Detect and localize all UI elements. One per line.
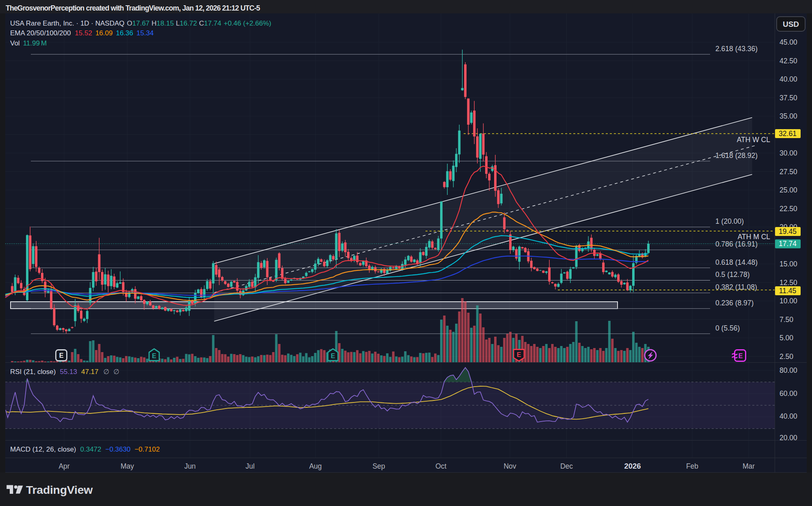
svg-text:15.00: 15.00 — [780, 260, 797, 268]
svg-text:7.50: 7.50 — [780, 316, 793, 324]
svg-text:5.00: 5.00 — [780, 334, 793, 342]
svg-text:60.00: 60.00 — [780, 389, 797, 398]
svg-text:EMA 20/50/100/20015.5216.0916.: EMA 20/50/100/20015.5216.0916.3615.34 — [10, 29, 154, 37]
svg-text:Aug: Aug — [309, 462, 322, 470]
svg-text:Dec: Dec — [560, 462, 573, 470]
svg-text:1 (20.00): 1 (20.00) — [715, 217, 744, 225]
svg-text:25.00: 25.00 — [780, 186, 797, 194]
svg-text:E: E — [739, 352, 743, 359]
svg-text:2.618 (43.36): 2.618 (43.36) — [715, 45, 758, 53]
svg-text:Jul: Jul — [246, 462, 255, 470]
svg-text:40.00: 40.00 — [780, 412, 797, 420]
svg-text:Oct: Oct — [435, 462, 446, 470]
svg-text:22.50: 22.50 — [780, 205, 797, 213]
svg-text:19.45: 19.45 — [779, 227, 797, 236]
svg-text:11.45: 11.45 — [779, 287, 797, 295]
svg-text:0 (5.56): 0 (5.56) — [715, 324, 740, 332]
svg-text:42.50: 42.50 — [780, 57, 797, 65]
svg-text:TheGrosvenorPerception created: TheGrosvenorPerception created with Trad… — [6, 4, 260, 12]
svg-text:ATH W CL: ATH W CL — [737, 136, 771, 144]
svg-text:E: E — [331, 352, 335, 359]
svg-text:12.50: 12.50 — [780, 279, 797, 287]
svg-text:0.236 (8.97): 0.236 (8.97) — [715, 299, 754, 307]
svg-text:17.74: 17.74 — [779, 240, 797, 248]
svg-text:USA Rare Earth, Inc. · 1D · NA: USA Rare Earth, Inc. · 1D · NASDAQO17.67… — [10, 19, 271, 27]
svg-text:32.61: 32.61 — [779, 130, 797, 138]
svg-text:27.50: 27.50 — [780, 168, 797, 176]
svg-text:ATH M CL: ATH M CL — [738, 233, 771, 241]
svg-text:Vol11.99M: Vol11.99M — [10, 39, 47, 47]
svg-text:2026: 2026 — [624, 462, 641, 470]
svg-text:Feb: Feb — [686, 462, 698, 470]
svg-text:2.50: 2.50 — [780, 352, 793, 361]
svg-text:Apr: Apr — [58, 462, 69, 470]
svg-text:Nov: Nov — [503, 462, 516, 470]
svg-text:35.00: 35.00 — [780, 112, 797, 120]
svg-text:0.5 (12.78): 0.5 (12.78) — [715, 270, 750, 279]
svg-text:RSI (21, close)55.1347.17∅∅: RSI (21, close)55.1347.17∅∅ — [10, 368, 119, 376]
svg-text:Mar: Mar — [743, 462, 755, 470]
svg-text:MACD (12, 26, close)0.3472−0.3: MACD (12, 26, close)0.3472−0.3630−0.7102 — [10, 445, 160, 453]
svg-text:40.00: 40.00 — [780, 75, 797, 83]
svg-text:45.00: 45.00 — [780, 38, 797, 46]
svg-text:37.50: 37.50 — [780, 94, 797, 102]
svg-text:10.00: 10.00 — [780, 297, 797, 305]
svg-text:80.00: 80.00 — [780, 366, 797, 374]
svg-text:May: May — [121, 462, 134, 470]
svg-text:Sep: Sep — [372, 462, 385, 470]
svg-text:USD: USD — [783, 20, 799, 28]
svg-text:E: E — [152, 352, 156, 359]
svg-text:0.618 (14.48): 0.618 (14.48) — [715, 258, 758, 266]
svg-text:E: E — [517, 351, 521, 358]
svg-text:TradingView: TradingView — [26, 483, 93, 496]
svg-text:30.00: 30.00 — [780, 149, 797, 157]
svg-text:0.786 (16.91): 0.786 (16.91) — [715, 240, 758, 248]
svg-text:E: E — [59, 352, 64, 359]
svg-text:1.618 (28.92): 1.618 (28.92) — [715, 151, 758, 160]
svg-text:20.00: 20.00 — [780, 434, 797, 442]
svg-text:Jun: Jun — [184, 462, 196, 470]
